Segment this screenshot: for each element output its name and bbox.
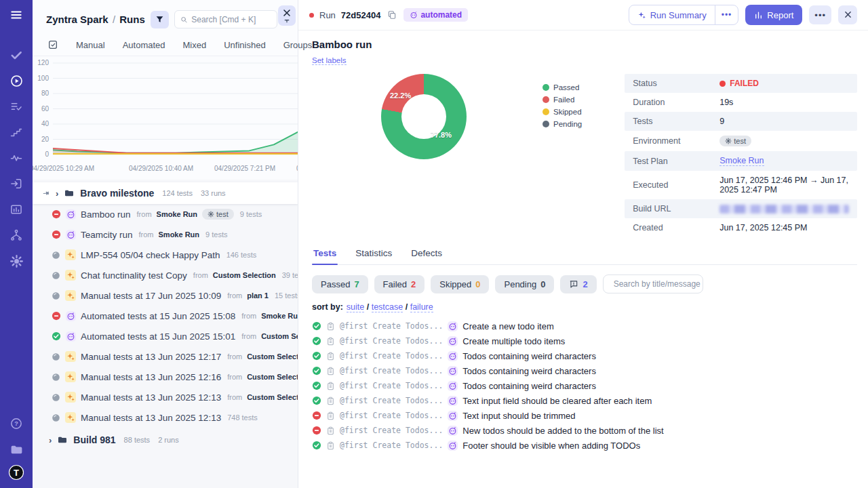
test-row[interactable]: @first Create Todos...Create multiple to… xyxy=(312,333,857,348)
build-url-redacted[interactable] xyxy=(719,205,849,214)
test-row[interactable]: @first Create Todos...Footer should be v… xyxy=(312,438,857,453)
test-status-failed-icon xyxy=(312,411,321,420)
checklist-icon[interactable] xyxy=(0,94,33,119)
test-suite-path: @first Create Todos... xyxy=(340,381,443,390)
filter-pill-pending[interactable]: Pending0 xyxy=(495,275,554,293)
testcase-icon xyxy=(326,441,335,450)
tests-search-input[interactable] xyxy=(614,279,703,289)
analytics-icon[interactable] xyxy=(0,197,33,222)
filter-pill-passed[interactable]: Passed7 xyxy=(312,275,368,293)
chevron-right-icon[interactable]: › xyxy=(49,436,52,445)
run-title: Manual tests at 17 Jun 2025 10:09 xyxy=(81,291,221,301)
svg-text:120: 120 xyxy=(37,59,49,66)
sort-by-label: sort by: xyxy=(312,302,343,312)
runs-tab-mixed[interactable]: Mixed xyxy=(183,40,207,50)
automated-test-icon xyxy=(448,426,458,436)
more-actions-button[interactable]: ••• xyxy=(809,5,831,24)
copy-run-id-button[interactable] xyxy=(386,9,398,21)
tab-defects[interactable]: Defects xyxy=(410,248,443,264)
legend-item-passed[interactable]: Passed xyxy=(542,83,582,92)
legend-label: Failed xyxy=(553,96,574,104)
sort-by-suite[interactable]: suite xyxy=(347,302,364,312)
tab-statistics[interactable]: Statistics xyxy=(354,248,393,264)
test-row[interactable]: @first Create Todos...Todos containing w… xyxy=(312,363,857,378)
run-title: Manual tests at 13 Jun 2025 12:17 xyxy=(81,352,221,362)
test-row[interactable]: @first Create Todos...New todos should b… xyxy=(312,423,857,438)
menu-icon[interactable] xyxy=(0,0,33,30)
app-logo[interactable]: T xyxy=(0,462,33,488)
projects-icon[interactable] xyxy=(0,436,33,462)
run-list-item[interactable]: Manual tests at 13 Jun 2025 12:13fromCus… xyxy=(33,387,298,407)
filter-pill-skipped[interactable]: Skipped0 xyxy=(431,275,489,293)
run-list-item[interactable]: LMP-554 05/04 check Happy Path146 tests xyxy=(33,245,298,265)
legend-item-failed[interactable]: Failed xyxy=(542,96,582,104)
bar-chart-icon xyxy=(754,11,763,20)
run-list-item[interactable]: Automated tests at 15 Jun 2025 15:01from… xyxy=(33,326,298,346)
settings-icon[interactable] xyxy=(0,248,33,274)
test-status-passed-icon xyxy=(312,381,321,390)
legend-label: Pending xyxy=(553,120,582,128)
tests-search[interactable] xyxy=(603,274,703,293)
folder-row-build-981[interactable]: › Build 981 88 tests 2 runs xyxy=(33,429,298,451)
runs-tab-manual[interactable]: Manual xyxy=(76,40,105,50)
import-icon[interactable] xyxy=(0,171,33,197)
legend-item-pending[interactable]: Pending xyxy=(542,120,582,128)
run-list-item[interactable]: Manual tests at 13 Jun 2025 12:13748 tes… xyxy=(33,407,298,428)
filter-pill-failed[interactable]: Failed2 xyxy=(374,275,425,293)
collapse-panel-button[interactable] xyxy=(278,5,296,26)
pulse-icon[interactable] xyxy=(0,145,33,171)
run-detail-pane: Run 72d52404 automated Run Summary ••• R… xyxy=(298,0,868,488)
report-button[interactable]: Report xyxy=(745,5,802,25)
test-row[interactable]: @first Create Todos...Todos containing w… xyxy=(312,378,857,393)
run-from-label: from xyxy=(227,291,242,300)
run-list-item[interactable]: Bamboo runfromSmoke Runtest9 tests xyxy=(33,204,298,224)
select-runs-icon[interactable] xyxy=(47,39,58,50)
run-detail-header: Run 72d52404 automated Run Summary ••• R… xyxy=(298,0,868,30)
run-list-item[interactable]: Manual tests at 17 Jun 2025 10:09frompla… xyxy=(33,285,298,306)
runs-search[interactable] xyxy=(174,10,277,28)
runs-tab-groups[interactable]: Groups xyxy=(283,40,313,50)
test-row[interactable]: @first Create Todos...Text input should … xyxy=(312,408,857,423)
filter-pill-comments[interactable]: 2 xyxy=(560,275,596,293)
run-from-label: from xyxy=(139,230,154,239)
tests-icon[interactable] xyxy=(0,42,33,68)
runs-icon[interactable] xyxy=(0,68,33,94)
branches-icon[interactable] xyxy=(0,222,33,248)
test-row[interactable]: @first Create Todos...Text input field s… xyxy=(312,393,857,408)
sort-bar: sort by: suite / testcase / failure xyxy=(312,302,857,312)
legend-item-skipped[interactable]: Skipped xyxy=(542,108,582,116)
tab-tests[interactable]: Tests xyxy=(312,248,338,264)
breadcrumb-project[interactable]: Zyntra Spark xyxy=(46,14,108,25)
sort-by-testcase[interactable]: testcase xyxy=(372,302,403,312)
filter-button[interactable] xyxy=(151,11,169,28)
environment-badge: test xyxy=(202,209,234,220)
steps-icon[interactable] xyxy=(0,119,33,145)
run-list-item[interactable]: Manual tests at 13 Jun 2025 12:17fromCus… xyxy=(33,346,298,367)
close-run-button[interactable] xyxy=(838,5,857,24)
run-list-item[interactable]: Teamcity runfromSmoke Run9 tests xyxy=(33,224,298,245)
svg-text:60: 60 xyxy=(41,105,50,113)
test-plan-link[interactable]: Smoke Run xyxy=(719,156,764,166)
runs-tab-unfinished[interactable]: Unfinished xyxy=(224,40,265,50)
run-summary-more-button[interactable]: ••• xyxy=(715,5,738,24)
run-list-item[interactable]: Manual tests at 13 Jun 2025 12:16fromCus… xyxy=(33,367,298,387)
detail-value: 9 xyxy=(719,117,724,126)
run-list-item[interactable]: Chat functinality test CopyfromCustom Se… xyxy=(33,265,298,285)
comment-icon xyxy=(569,279,578,289)
help-icon[interactable]: ? xyxy=(0,411,33,436)
chevron-right-icon[interactable]: › xyxy=(56,189,58,198)
test-row[interactable]: @first Create Todos...Create a new todo … xyxy=(312,319,857,333)
test-filters: Passed7Failed2Skipped0Pending02 xyxy=(312,274,857,293)
svg-text:04/29/2025 10:29 AM: 04/29/2025 10:29 AM xyxy=(33,165,94,172)
folder-row-bravo-milestone[interactable]: › Bravo milestone 124 tests 33 runs xyxy=(33,182,298,204)
run-list-item[interactable]: Automated tests at 15 Jun 2025 15:08from… xyxy=(33,306,298,326)
test-row[interactable]: @first Create Todos...Todos containing w… xyxy=(312,348,857,363)
automated-badge[interactable]: automated xyxy=(403,8,468,22)
runs-tab-automated[interactable]: Automated xyxy=(123,40,165,50)
run-summary-button[interactable]: Run Summary xyxy=(629,5,715,24)
set-labels-link[interactable]: Set labels xyxy=(312,56,347,65)
sort-by-failure[interactable]: failure xyxy=(410,302,433,312)
runs-search-input[interactable] xyxy=(191,15,271,24)
run-summary-split-button: Run Summary ••• xyxy=(629,5,739,25)
run-status-dot xyxy=(309,13,314,18)
